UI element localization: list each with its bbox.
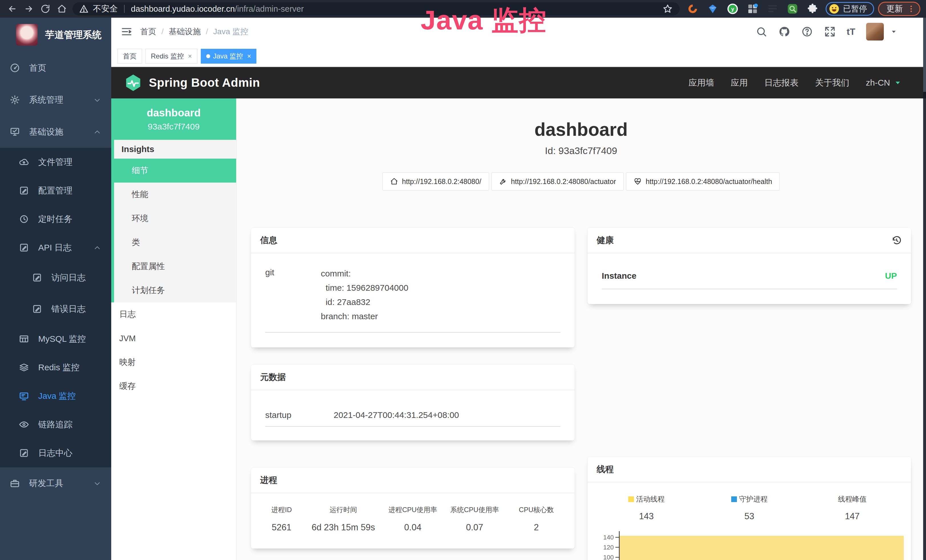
update-browser-button[interactable]: 更新 <box>878 2 920 16</box>
instance-link-button[interactable]: http://192.168.0.2:48080/actuator <box>492 172 624 191</box>
breadcrumb-item[interactable]: 首页 <box>140 26 156 37</box>
sba-nav-应用墙[interactable]: 应用墙 <box>688 77 714 89</box>
help-icon[interactable] <box>801 26 813 38</box>
sidebar-item-错误日志[interactable]: 错误日志 <box>0 293 111 325</box>
sidebar-item-label: 系统管理 <box>29 94 63 106</box>
yaxis-tick-label: 120 <box>603 544 614 551</box>
tab-close-icon[interactable]: × <box>188 52 192 60</box>
info-row-value: commit: time: 1596289704000 id: 27aa832b… <box>321 266 409 324</box>
sba-menu-环境[interactable]: 环境 <box>114 207 236 230</box>
threads-legend: 活动线程143守护进程53线程峰值147 <box>595 494 904 522</box>
legend-label: 线程峰值 <box>838 494 867 504</box>
threads-card: 线程 活动线程143守护进程53线程峰值147 140120100 <box>587 457 911 560</box>
scrollbar-thumb[interactable] <box>923 18 926 92</box>
tab-Redis 监控[interactable]: Redis 监控× <box>145 49 197 64</box>
legend-cell-线程峰值: 线程峰值147 <box>801 494 904 522</box>
svg-text:y: y <box>731 6 734 12</box>
sba-menu-配置属性[interactable]: 配置属性 <box>114 254 236 278</box>
metadata-startup-row: startup 2021-04-27T00:44:31.254+08:00 <box>265 410 560 427</box>
sidebar-item-Java 监控[interactable]: Java 监控 <box>0 382 111 410</box>
address-bar[interactable]: 不安全 dashboard.yudao.iocoder.cn/infra/adm… <box>73 2 679 15</box>
sidebar-item-访问日志[interactable]: 访问日志 <box>0 262 111 293</box>
sba-nav-日志报表[interactable]: 日志报表 <box>764 77 799 89</box>
sba-menu-计划任务[interactable]: 计划任务 <box>114 278 236 303</box>
instance-link-url: http://192.168.0.2:48080/actuator <box>511 177 616 186</box>
sba-menu-JVM[interactable]: JVM <box>111 326 236 350</box>
sidebar-item-研发工具[interactable]: 研发工具 <box>0 467 111 499</box>
metadata-row-value: 2021-04-27T00:44:31.254+08:00 <box>334 410 459 420</box>
sidebar-item-配置管理[interactable]: 配置管理 <box>0 176 111 205</box>
sidebar-item-首页[interactable]: 首页 <box>0 52 111 84</box>
profile-chip[interactable]: 已暂停 <box>826 2 874 16</box>
app-logo-row[interactable]: 芋道管理系统 <box>0 18 111 52</box>
threads-chart: 140120100 <box>595 531 904 560</box>
green-y-extension-icon[interactable]: y <box>726 3 739 15</box>
sba-body: dashboard 93a3fc7f7409 Insights 细节性能环境类配… <box>111 98 926 560</box>
sidebar-item-基础设施[interactable]: 基础设施 <box>0 116 111 148</box>
legend-label: 活动线程 <box>628 494 665 504</box>
puzzle-extensions-icon[interactable] <box>806 3 819 15</box>
sba-menu-类[interactable]: 类 <box>114 230 236 254</box>
tab-close-icon[interactable]: × <box>247 52 251 60</box>
list-extension-icon[interactable] <box>766 3 779 15</box>
bookmark-star-icon[interactable] <box>663 4 673 14</box>
sidebar-item-文件管理[interactable]: 文件管理 <box>0 148 111 176</box>
sba-locale-label: zh-CN <box>866 78 890 88</box>
instance-link-button[interactable]: http://192.168.0.2:48080/actuator/health <box>626 172 780 191</box>
sba-instance-header[interactable]: dashboard 93a3fc7f7409 <box>111 98 236 140</box>
url-path: /infra/admin-server <box>235 4 304 14</box>
sba-menu-映射[interactable]: 映射 <box>111 350 236 374</box>
sidebar-item-Redis 监控[interactable]: Redis 监控 <box>0 353 111 382</box>
sba-nav-关于我们[interactable]: 关于我们 <box>815 77 849 89</box>
tab-首页[interactable]: 首页 <box>118 49 142 64</box>
sba-menu-日志[interactable]: 日志 <box>111 303 236 326</box>
process-table-header: 进程ID运行时间进程CPU使用率系统CPU使用率CPU核心数 <box>259 505 567 515</box>
history-icon[interactable] <box>891 235 902 246</box>
github-icon[interactable] <box>778 26 790 38</box>
browser-menu-icon[interactable] <box>907 5 915 13</box>
main-menu: 首页系统管理基础设施文件管理配置管理定时任务API 日志访问日志错误日志MySQ… <box>0 52 111 499</box>
edit-square-icon <box>19 185 29 196</box>
content-region: 首页/基础设施/Java 监控 tT 首页Redis 监控×Java 监控× S… <box>111 18 926 560</box>
info-value-line: time: 1596289704000 <box>321 281 409 295</box>
avatar-caret-icon[interactable] <box>890 28 897 35</box>
sidebar-item-日志中心[interactable]: 日志中心 <box>0 439 111 467</box>
page-scrollbar[interactable] <box>923 18 926 560</box>
sba-other-items: 日志JVM映射缓存 <box>111 303 236 398</box>
tag-view-bar: 首页Redis 监控×Java 监控× <box>111 45 926 67</box>
sba-nav-应用[interactable]: 应用 <box>731 77 748 89</box>
breadcrumb-item[interactable]: 基础设施 <box>169 26 201 37</box>
back-arrow-icon[interactable] <box>6 2 19 15</box>
grinning-face-icon <box>829 3 840 14</box>
search-icon[interactable] <box>755 26 767 38</box>
user-avatar[interactable] <box>866 23 884 41</box>
app-title: 芋道管理系统 <box>45 29 101 41</box>
home-icon[interactable] <box>55 2 68 15</box>
fullscreen-icon[interactable] <box>824 26 836 38</box>
font-size-icon[interactable]: tT <box>847 27 855 37</box>
sba-brand[interactable]: Spring Boot Admin <box>124 73 260 92</box>
reload-icon[interactable] <box>39 2 52 15</box>
sidebar-item-链路追踪[interactable]: 链路追踪 <box>0 410 111 439</box>
gem-extension-icon[interactable] <box>707 3 719 15</box>
sidebar-item-API 日志[interactable]: API 日志 <box>0 233 111 262</box>
grid-extension-icon[interactable] <box>746 3 759 15</box>
colorzilla-extension-icon[interactable] <box>687 3 699 15</box>
sba-menu-缓存[interactable]: 缓存 <box>111 374 236 398</box>
edit-square-icon <box>32 272 42 283</box>
process-value: 5261 <box>259 522 304 533</box>
instance-link-button[interactable]: http://192.168.0.2:48080/ <box>383 172 489 191</box>
hamburger-icon[interactable] <box>121 26 132 37</box>
sidebar-item-定时任务[interactable]: 定时任务 <box>0 205 111 233</box>
sidebar-item-label: 错误日志 <box>51 303 86 315</box>
sba-locale-select[interactable]: zh-CN <box>866 78 902 88</box>
leaf-zoom-extension-icon[interactable] <box>786 3 799 15</box>
tab-Java 监控[interactable]: Java 监控× <box>201 49 256 64</box>
sba-menu-性能[interactable]: 性能 <box>114 183 236 207</box>
forward-arrow-icon[interactable] <box>22 2 35 15</box>
sidebar-item-label: 首页 <box>29 62 46 74</box>
header-actions: tT <box>755 23 916 41</box>
sba-menu-细节[interactable]: 细节 <box>114 159 236 183</box>
sidebar-item-MySQL 监控[interactable]: MySQL 监控 <box>0 325 111 353</box>
sidebar-item-系统管理[interactable]: 系统管理 <box>0 84 111 116</box>
